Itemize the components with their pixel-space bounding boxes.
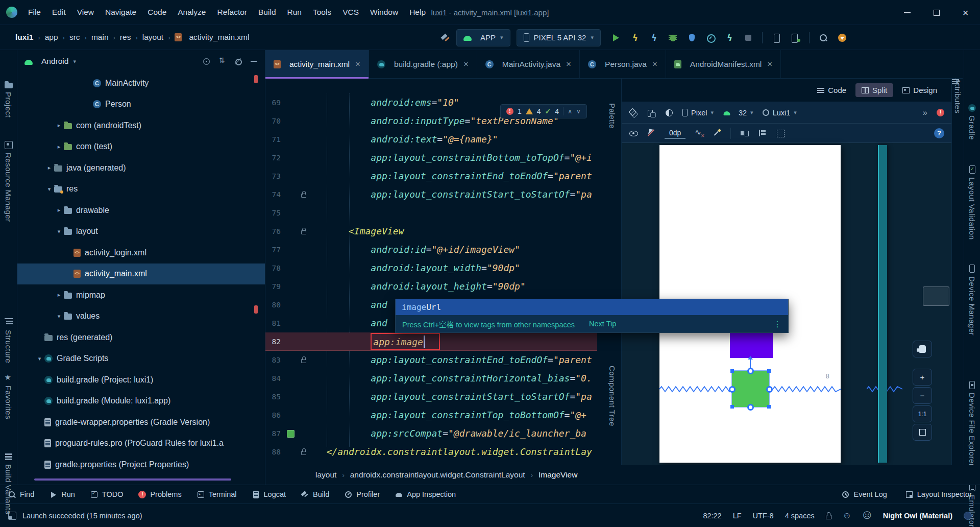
toolwindow-profiler[interactable]: Profiler	[345, 490, 380, 498]
apply-changes-icon[interactable]	[630, 33, 640, 43]
zoom-reset-button[interactable]: 1:1	[913, 405, 932, 422]
pan-button[interactable]	[913, 341, 932, 357]
attach-debugger-icon[interactable]	[724, 33, 734, 43]
tree-chevron-icon[interactable]: ▾	[54, 228, 64, 235]
inspection-widget[interactable]: 1 4 ✓ 4 ∧ ∨	[500, 104, 587, 118]
tree-chevron-icon[interactable]: ▾	[54, 313, 64, 320]
attributes-tab[interactable]: Attributes	[953, 79, 962, 113]
guidelines-icon[interactable]	[776, 129, 785, 137]
project-item[interactable]: ▾layout	[17, 221, 265, 243]
maximize-button[interactable]	[922, 0, 951, 25]
orientation-icon[interactable]	[647, 108, 655, 117]
editor-tab[interactable]: activity_main.xml×	[265, 50, 369, 78]
close-tab-icon[interactable]: ×	[566, 59, 571, 69]
toolwindow-build[interactable]: Build	[301, 490, 329, 498]
project-item[interactable]: ▸drawable	[17, 200, 265, 221]
tool-stripe-layout-validation[interactable]: Layout Validation	[964, 165, 980, 239]
selection-handle[interactable]	[767, 369, 771, 373]
code-text[interactable]: android:id="@+id/imageView"	[310, 241, 597, 259]
constraint-anchor-right[interactable]	[766, 386, 773, 393]
happy-face-icon[interactable]: ☺	[843, 511, 851, 521]
project-item[interactable]: MainActivity	[17, 73, 265, 94]
toolwindow-layout-inspector[interactable]: Layout Inspector	[905, 490, 972, 498]
close-tab-icon[interactable]: ×	[652, 59, 657, 69]
menu-code[interactable]: Code	[142, 8, 172, 17]
tool-stripe-device-file-explorer[interactable]: Device File Explorer	[964, 381, 980, 466]
help-icon[interactable]	[934, 128, 944, 138]
run-icon[interactable]	[611, 33, 621, 43]
hide-panel-icon[interactable]	[250, 57, 258, 65]
menu-edit[interactable]: Edit	[46, 8, 71, 17]
infer-constraints-icon[interactable]	[713, 129, 721, 137]
tree-chevron-icon[interactable]: ▾	[44, 186, 54, 193]
project-scrollbar[interactable]	[34, 478, 231, 481]
collapse-all-icon[interactable]	[218, 57, 226, 65]
toolwindow-event-log[interactable]: Event Log	[842, 490, 887, 498]
view-mode-design[interactable]: Design	[896, 83, 943, 97]
palette-tab[interactable]: Palette	[608, 103, 617, 129]
completion-item[interactable]: imageUrl	[396, 299, 788, 315]
code-text[interactable]: android:text="@={name}"	[310, 130, 597, 149]
pair-devices-icon[interactable]	[790, 33, 800, 43]
project-item[interactable]: build.gradle (Project: luxi1)	[17, 369, 265, 391]
code-editor[interactable]: 69android:ems="10"70android:inputType="t…	[265, 93, 597, 461]
menu-vcs[interactable]: VCS	[337, 8, 364, 17]
next-tip-link[interactable]: Next Tip	[589, 320, 616, 328]
caret-position[interactable]: 82:22	[703, 512, 721, 520]
menu-window[interactable]: Window	[364, 8, 404, 17]
code-text[interactable]: app:layout_constraintEnd_toEndOf="parent	[310, 167, 597, 185]
device-selector[interactable]: PIXEL 5 API 32 ▾	[517, 29, 601, 46]
project-item[interactable]: ▾Gradle Scripts	[17, 348, 265, 370]
line-separator[interactable]: LF	[733, 512, 742, 520]
code-text[interactable]: android:layout_width="90dp"	[310, 259, 597, 277]
toolwindow-run[interactable]: Run	[50, 490, 75, 498]
code-text[interactable]: app:layout_constraintHorizontal_bias="0.	[310, 369, 597, 388]
device-type-selector[interactable]: Pixel▾	[682, 109, 714, 117]
tree-chevron-icon[interactable]: ▸	[54, 207, 64, 213]
editor-tab[interactable]: Person.java×	[580, 50, 666, 78]
locate-file-icon[interactable]	[202, 57, 210, 65]
fold-marker-icon[interactable]	[301, 359, 306, 363]
close-tab-icon[interactable]: ×	[767, 59, 772, 69]
align-icon[interactable]	[758, 129, 767, 137]
toolwindow-terminal[interactable]: Terminal	[197, 490, 237, 498]
code-text[interactable]: app:layout_constraintBottom_toTopOf="@+i	[310, 149, 597, 167]
code-text[interactable]: app:layout_constraintStart_toStartOf="pa	[310, 185, 597, 204]
tree-chevron-icon[interactable]: ▸	[54, 292, 64, 298]
project-item[interactable]: proguard-rules.pro (ProGuard Rules for l…	[17, 433, 265, 454]
menu-help[interactable]: Help	[404, 8, 431, 17]
constraint-anchor-top[interactable]	[747, 368, 754, 374]
fold-marker-icon[interactable]	[301, 451, 306, 455]
editor-breadcrumb-item[interactable]: layout	[315, 470, 336, 480]
tool-stripe-favorites[interactable]: Favorites	[0, 374, 17, 419]
toolwindow-toggle-icon[interactable]	[8, 512, 16, 520]
project-item[interactable]: activity_main.xml	[17, 264, 265, 285]
lock-icon[interactable]	[826, 515, 831, 519]
toolwindow-logcat[interactable]: Logcat	[252, 490, 286, 498]
project-item[interactable]: res (generated)	[17, 327, 265, 348]
menu-refactor[interactable]: Refactor	[211, 8, 253, 17]
menu-analyze[interactable]: Analyze	[172, 8, 211, 17]
breadcrumb-item[interactable]: main	[91, 33, 109, 42]
selection-handle[interactable]	[730, 405, 734, 409]
code-text[interactable]: <ImageView	[310, 222, 597, 241]
view-mode-code[interactable]: Code	[811, 83, 852, 97]
project-item[interactable]: activity_login.xml	[17, 242, 265, 264]
menu-build[interactable]: Build	[253, 8, 281, 17]
toolwindow-problems[interactable]: Problems	[138, 490, 181, 498]
editor-tab[interactable]: AndroidManifest.xml×	[666, 50, 781, 78]
selected-imageview[interactable]	[732, 371, 769, 407]
minimize-button[interactable]	[893, 0, 922, 25]
gear-icon[interactable]	[234, 57, 242, 65]
breadcrumb-item[interactable]: app	[45, 33, 58, 42]
zoom-in-button[interactable]: +	[913, 369, 932, 386]
editor-breadcrumb-item[interactable]: ImageView	[538, 470, 577, 480]
apply-code-changes-icon[interactable]	[649, 33, 659, 43]
code-text[interactable]: app:layout_constraintEnd_toEndOf="parent	[310, 351, 597, 369]
design-surface-icon[interactable]	[629, 108, 638, 117]
pack-icon[interactable]	[740, 129, 749, 137]
code-text[interactable]: app:srcCompat="@drawable/ic_launcher_ba	[310, 424, 597, 443]
breadcrumb-item[interactable]: layout	[142, 33, 163, 42]
ide-updates-icon[interactable]	[837, 33, 847, 43]
project-item[interactable]: ▸mipmap	[17, 284, 265, 306]
